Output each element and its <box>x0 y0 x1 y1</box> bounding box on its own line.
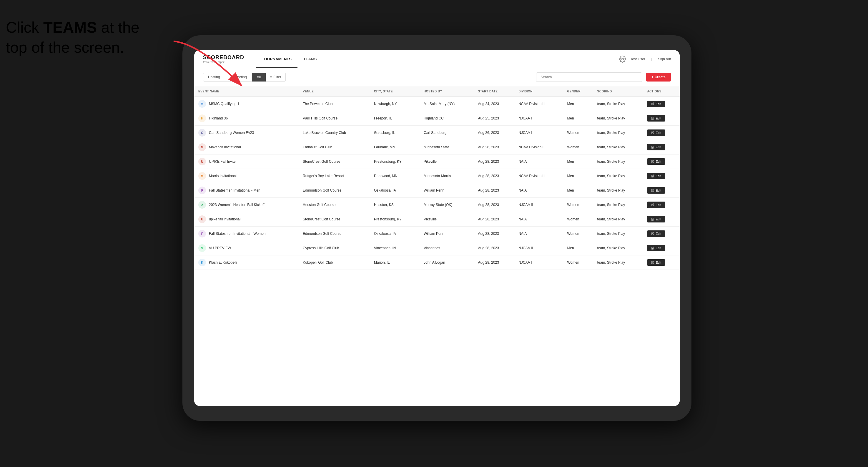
cell-actions: Edit <box>643 198 680 212</box>
cell-division: NCAA Division III <box>514 97 563 111</box>
col-venue: VENUE <box>299 86 370 97</box>
cell-scoring: team, Stroke Play <box>593 140 643 155</box>
cell-gender: Men <box>563 183 593 198</box>
cell-scoring: team, Stroke Play <box>593 111 643 126</box>
edit-button[interactable]: Edit <box>647 201 665 208</box>
hosting-filter-button[interactable]: Hosting <box>203 73 225 82</box>
cell-start-date: Aug 28, 2023 <box>474 255 515 270</box>
create-button[interactable]: + Create <box>646 73 671 82</box>
tablet-frame: SCOREBOARD Powered by clippit TOURNAMENT… <box>182 35 691 421</box>
cell-actions: Edit <box>643 126 680 140</box>
search-input[interactable] <box>536 72 642 82</box>
cell-scoring: team, Stroke Play <box>593 126 643 140</box>
edit-button[interactable]: Edit <box>647 129 665 136</box>
cell-actions: Edit <box>643 226 680 241</box>
cell-hosted-by: Highland CC <box>420 111 474 126</box>
tablet-screen: SCOREBOARD Powered by clippit TOURNAMENT… <box>194 50 680 406</box>
cell-gender: Men <box>563 155 593 169</box>
edit-button[interactable]: Edit <box>647 216 665 222</box>
cell-division: NAIA <box>514 155 563 169</box>
cell-venue: Kokopelli Golf Club <box>299 255 370 270</box>
cell-venue: Hesston Golf Course <box>299 198 370 212</box>
edit-button[interactable]: Edit <box>647 144 665 150</box>
filter-icon: ≡ <box>270 75 272 79</box>
cell-city-state: Deerwood, MN <box>370 169 420 183</box>
cell-hosted-by: Minnesota-Morris <box>420 169 474 183</box>
cell-scoring: team, Stroke Play <box>593 169 643 183</box>
edit-button[interactable]: Edit <box>647 245 665 251</box>
col-scoring: SCORING <box>593 86 643 97</box>
event-name-text: Fall Statesmen Invitational - Men <box>209 188 260 192</box>
logo-area: SCOREBOARD Powered by clippit <box>203 55 244 64</box>
cell-start-date: Aug 25, 2023 <box>474 111 515 126</box>
table-row: C Carl Sandburg Women FA23 Lake Bracken … <box>194 126 680 140</box>
edit-icon <box>651 247 654 250</box>
table-row: M Morris Invitational Ruttger's Bay Lake… <box>194 169 680 183</box>
competing-filter-button[interactable]: Competing <box>225 73 252 82</box>
cell-start-date: Aug 28, 2023 <box>474 226 515 241</box>
cell-actions: Edit <box>643 97 680 111</box>
user-name: Test User <box>630 57 645 61</box>
cell-actions: Edit <box>643 140 680 155</box>
cell-hosted-by: Pikeville <box>420 155 474 169</box>
tab-teams[interactable]: TEAMS <box>298 50 323 68</box>
all-filter-button[interactable]: All <box>252 73 266 82</box>
cell-scoring: team, Stroke Play <box>593 255 643 270</box>
cell-division: NAIA <box>514 212 563 226</box>
edit-icon <box>651 175 654 178</box>
cell-venue: Lake Bracken Country Club <box>299 126 370 140</box>
gear-icon[interactable] <box>619 56 626 63</box>
tournaments-table: EVENT NAME VENUE CITY, STATE HOSTED BY S… <box>194 86 680 270</box>
table-row: F Fall Statesmen Invitational - Women Ed… <box>194 226 680 241</box>
cell-event-name: M MSMC Qualifying 1 <box>194 97 299 111</box>
cell-venue: Edmundson Golf Course <box>299 183 370 198</box>
cell-actions: Edit <box>643 241 680 255</box>
table-row: U UPIKE Fall Invite StoneCrest Golf Cour… <box>194 155 680 169</box>
cell-gender: Men <box>563 97 593 111</box>
event-name-text: UPIKE Fall Invite <box>209 159 236 164</box>
table-body: M MSMC Qualifying 1 The Powelton Club Ne… <box>194 97 680 270</box>
cell-scoring: team, Stroke Play <box>593 97 643 111</box>
team-icon: K <box>198 259 206 266</box>
event-name-text: Fall Statesmen Invitational - Women <box>209 231 266 236</box>
cell-gender: Women <box>563 126 593 140</box>
edit-button[interactable]: Edit <box>647 230 665 237</box>
cell-start-date: Aug 28, 2023 <box>474 169 515 183</box>
event-name-text: MSMC Qualifying 1 <box>209 102 239 106</box>
cell-venue: The Powelton Club <box>299 97 370 111</box>
team-icon: F <box>198 230 206 238</box>
edit-button[interactable]: Edit <box>647 101 665 107</box>
cell-gender: Men <box>563 169 593 183</box>
cell-start-date: Aug 28, 2023 <box>474 241 515 255</box>
cell-division: NAIA <box>514 226 563 241</box>
filter-button[interactable]: ≡ Filter <box>266 73 286 82</box>
cell-actions: Edit <box>643 169 680 183</box>
col-city-state: CITY, STATE <box>370 86 420 97</box>
cell-division: NJCAA I <box>514 126 563 140</box>
cell-city-state: Newburgh, NY <box>370 97 420 111</box>
cell-event-name: C Carl Sandburg Women FA23 <box>194 126 299 140</box>
cell-division: NCAA Division III <box>514 169 563 183</box>
cell-hosted-by: William Penn <box>420 226 474 241</box>
table-row: 2 2023 Women's Hesston Fall Kickoff Hess… <box>194 198 680 212</box>
edit-icon <box>651 218 654 221</box>
sign-out-link[interactable]: Sign out <box>658 57 671 61</box>
edit-button[interactable]: Edit <box>647 259 665 266</box>
cell-gender: Women <box>563 226 593 241</box>
cell-hosted-by: Mt. Saint Mary (NY) <box>420 97 474 111</box>
cell-gender: Women <box>563 198 593 212</box>
table-row: M MSMC Qualifying 1 The Powelton Club Ne… <box>194 97 680 111</box>
team-icon: U <box>198 158 206 165</box>
tab-tournaments[interactable]: TOURNAMENTS <box>256 50 298 68</box>
cell-scoring: team, Stroke Play <box>593 212 643 226</box>
header-separator: | <box>651 57 652 61</box>
edit-button[interactable]: Edit <box>647 173 665 179</box>
edit-button[interactable]: Edit <box>647 158 665 165</box>
cell-event-name: F Fall Statesmen Invitational - Men <box>194 183 299 198</box>
edit-button[interactable]: Edit <box>647 187 665 194</box>
app-header: SCOREBOARD Powered by clippit TOURNAMENT… <box>194 50 680 68</box>
cell-city-state: Vincennes, IN <box>370 241 420 255</box>
search-bar: + Create <box>536 72 671 82</box>
edit-button[interactable]: Edit <box>647 115 665 122</box>
table-row: H Highland 36 Park Hills Golf Course Fre… <box>194 111 680 126</box>
